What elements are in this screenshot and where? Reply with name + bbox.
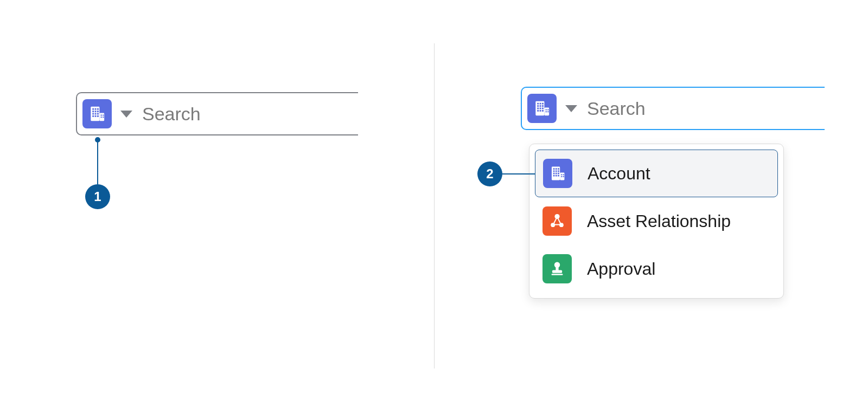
svg-rect-46 — [558, 173, 559, 174]
callout-number-1: 1 — [94, 189, 101, 204]
search-placeholder: Search — [587, 98, 646, 119]
svg-rect-9 — [95, 113, 97, 115]
svg-rect-31 — [542, 110, 544, 112]
svg-rect-11 — [92, 115, 94, 117]
option-label: Asset Relationship — [587, 211, 731, 231]
svg-rect-50 — [561, 174, 562, 175]
svg-rect-25 — [542, 105, 544, 107]
option-label: Approval — [587, 259, 655, 279]
svg-rect-12 — [95, 115, 97, 117]
svg-rect-21 — [540, 103, 541, 105]
svg-rect-63 — [552, 274, 563, 275]
account-scope-icon[interactable] — [82, 99, 112, 128]
scope-option-approval[interactable]: Approval — [535, 245, 778, 293]
svg-rect-52 — [561, 176, 562, 177]
svg-rect-3 — [95, 108, 97, 110]
svg-rect-15 — [103, 114, 104, 115]
asset-relationship-icon — [542, 206, 572, 236]
svg-rect-40 — [558, 168, 559, 170]
svg-rect-16 — [101, 117, 102, 118]
svg-rect-28 — [542, 108, 544, 109]
svg-rect-34 — [546, 111, 547, 112]
svg-rect-26 — [537, 108, 539, 109]
svg-rect-49 — [558, 175, 559, 177]
svg-rect-23 — [537, 105, 539, 107]
scope-dropdown: Account Asset Relationship — [529, 144, 784, 299]
search-bar-focused[interactable]: Search — [521, 87, 825, 130]
vertical-divider — [434, 43, 435, 368]
svg-rect-7 — [97, 111, 99, 112]
svg-rect-8 — [92, 113, 94, 115]
svg-rect-32 — [546, 109, 547, 110]
svg-rect-30 — [540, 110, 541, 112]
svg-rect-6 — [95, 111, 97, 112]
account-icon — [543, 159, 572, 188]
callout-badge-1: 1 — [85, 184, 110, 209]
svg-rect-48 — [556, 175, 557, 177]
chevron-down-icon[interactable] — [565, 105, 577, 112]
building-icon — [548, 164, 567, 183]
svg-rect-45 — [556, 173, 557, 174]
callout-line-2 — [502, 173, 535, 174]
option-label: Account — [588, 164, 650, 184]
svg-rect-4 — [97, 108, 99, 110]
search-bar-closed[interactable]: Search — [76, 92, 358, 135]
svg-rect-14 — [101, 114, 102, 115]
callout-number-2: 2 — [486, 166, 493, 182]
svg-rect-29 — [537, 110, 539, 112]
svg-rect-22 — [542, 103, 544, 105]
svg-rect-39 — [556, 168, 557, 170]
account-scope-icon[interactable] — [527, 94, 557, 123]
svg-rect-5 — [92, 111, 94, 112]
svg-rect-38 — [553, 168, 555, 170]
scope-option-asset-relationship[interactable]: Asset Relationship — [535, 197, 778, 245]
svg-rect-35 — [547, 111, 548, 112]
building-icon — [87, 104, 107, 124]
svg-rect-10 — [97, 113, 99, 115]
svg-point-57 — [554, 214, 559, 219]
svg-rect-44 — [553, 173, 555, 174]
svg-point-58 — [551, 223, 555, 227]
callout-badge-2: 2 — [477, 161, 502, 186]
stamp-icon — [548, 260, 566, 278]
svg-rect-17 — [103, 117, 104, 118]
building-icon — [532, 98, 552, 119]
svg-rect-2 — [92, 108, 94, 110]
svg-rect-24 — [540, 105, 541, 107]
scope-option-account[interactable]: Account — [535, 150, 778, 197]
svg-rect-43 — [558, 170, 559, 172]
svg-rect-51 — [563, 174, 564, 175]
svg-rect-47 — [553, 175, 555, 177]
svg-rect-62 — [552, 270, 562, 273]
graph-nodes-icon — [548, 212, 566, 230]
svg-rect-33 — [547, 109, 548, 110]
svg-rect-42 — [556, 170, 557, 172]
search-placeholder: Search — [142, 104, 201, 125]
approval-icon — [542, 254, 572, 283]
svg-rect-27 — [540, 108, 541, 109]
callout-line-1 — [97, 140, 98, 184]
svg-point-59 — [559, 223, 564, 227]
svg-rect-20 — [537, 103, 539, 105]
chevron-down-icon[interactable] — [120, 111, 132, 118]
svg-rect-13 — [97, 115, 99, 117]
svg-rect-41 — [553, 170, 555, 172]
svg-rect-53 — [563, 176, 564, 177]
